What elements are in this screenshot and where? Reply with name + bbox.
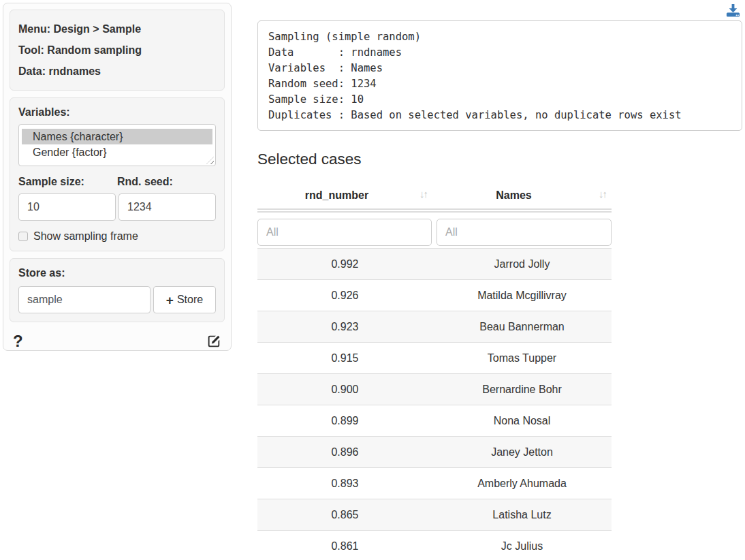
column-header-rnd-number[interactable]: rnd_number ↓↑ — [257, 182, 432, 208]
variable-option[interactable]: Names {character} — [22, 129, 212, 144]
cell-rnd-number: 0.992 — [257, 249, 432, 279]
cell-rnd-number: 0.915 — [257, 343, 432, 373]
sample-size-label: Sample size: — [18, 176, 117, 188]
selected-cases-table: rnd_number ↓↑ Names ↓↑ 0.992 Jarrod Joll… — [257, 182, 612, 560]
show-sampling-frame-checkbox[interactable] — [18, 232, 28, 241]
cell-rnd-number: 0.926 — [257, 280, 432, 311]
cell-rnd-number: 0.861 — [257, 531, 432, 560]
cell-name: Latisha Lutz — [432, 499, 612, 530]
variable-option-label: Names {character} — [33, 131, 123, 142]
variables-panel: Variables: Names {character} Gender {fac… — [10, 97, 225, 251]
table-row: 0.926 Matilda Mcgillivray — [257, 279, 612, 311]
column-header-label: Names — [496, 189, 531, 202]
table-row: 0.992 Jarrod Jolly — [257, 248, 612, 279]
download-icon[interactable] — [725, 3, 741, 18]
variables-listbox[interactable]: Names {character} Gender {factor} — [18, 124, 216, 166]
store-name-input[interactable] — [18, 286, 150, 313]
sampling-summary-output: Sampling (simple random) Data : rndnames… — [257, 20, 742, 131]
table-row: 0.865 Latisha Lutz — [257, 499, 612, 530]
cell-rnd-number: 0.923 — [257, 311, 432, 342]
sort-icon[interactable]: ↓↑ — [419, 188, 427, 200]
rnd-seed-label: Rnd. seed: — [117, 176, 216, 188]
cell-name: Tomas Tupper — [432, 343, 612, 373]
table-row: 0.900 Bernardine Bohr — [257, 373, 612, 405]
menu-breadcrumb: Menu: Design > Sample — [18, 18, 216, 40]
column-header-names[interactable]: Names ↓↑ — [432, 182, 612, 208]
sample-size-input[interactable] — [18, 193, 116, 221]
cell-name: Jc Julius — [432, 531, 612, 560]
filter-input-names[interactable] — [437, 219, 612, 246]
table-row: 0.893 Amberly Ahumada — [257, 467, 612, 499]
cell-name: Jarrod Jolly — [432, 249, 612, 279]
store-button[interactable]: + Store — [153, 286, 216, 313]
cell-name: Janey Jetton — [432, 437, 612, 467]
cell-rnd-number: 0.865 — [257, 499, 432, 530]
store-panel: Store as: + Store — [10, 258, 225, 322]
plus-icon: + — [166, 294, 174, 307]
variable-option[interactable]: Gender {factor} — [22, 144, 212, 160]
sidebar: Menu: Design > Sample Tool: Random sampl… — [3, 3, 232, 351]
cell-rnd-number: 0.899 — [257, 405, 432, 436]
cell-name: Bernardine Bohr — [432, 374, 612, 405]
context-info-panel: Menu: Design > Sample Tool: Random sampl… — [10, 10, 225, 91]
show-sampling-frame-label: Show sampling frame — [33, 230, 138, 243]
store-button-label: Store — [177, 294, 203, 306]
tool-label: Tool: Random sampling — [18, 40, 216, 61]
table-row: 0.861 Jc Julius — [257, 530, 612, 560]
cell-name: Beau Bannerman — [432, 311, 612, 342]
cell-name: Amberly Ahumada — [432, 468, 612, 499]
table-row: 0.915 Tomas Tupper — [257, 342, 612, 373]
store-as-label: Store as: — [18, 267, 216, 279]
cell-rnd-number: 0.893 — [257, 468, 432, 499]
filter-input-rnd-number[interactable] — [257, 219, 432, 246]
variables-label: Variables: — [18, 106, 216, 119]
table-row: 0.896 Janey Jetton — [257, 436, 612, 467]
cell-rnd-number: 0.896 — [257, 437, 432, 467]
selected-cases-heading: Selected cases — [257, 151, 362, 168]
data-label: Data: rndnames — [18, 61, 216, 82]
column-header-label: rnd_number — [305, 189, 368, 202]
variable-option-label: Gender {factor} — [33, 146, 107, 158]
cell-name: Nona Nosal — [432, 405, 612, 436]
table-row: 0.923 Beau Bannerman — [257, 311, 612, 342]
rnd-seed-input[interactable] — [118, 193, 216, 221]
table-row: 0.899 Nona Nosal — [257, 405, 612, 436]
edit-report-icon[interactable] — [206, 334, 221, 349]
help-icon[interactable]: ? — [13, 332, 23, 351]
sort-icon[interactable]: ↓↑ — [599, 188, 606, 200]
cell-name: Matilda Mcgillivray — [432, 280, 612, 311]
cell-rnd-number: 0.900 — [257, 374, 432, 405]
